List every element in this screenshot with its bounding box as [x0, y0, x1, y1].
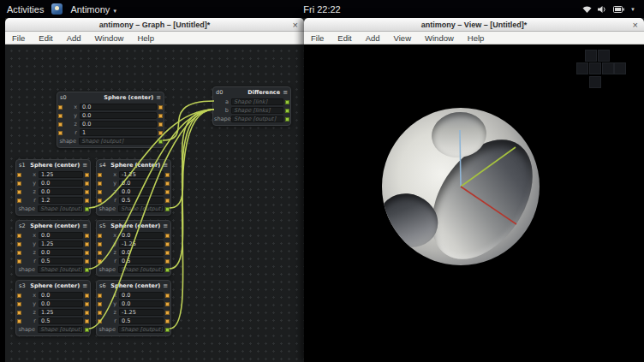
- shape-output-connector[interactable]: [285, 117, 289, 122]
- sphere-node[interactable]: s6 Sphere (center) ≡ x0.0y0.0z-1.25r0.5s…: [96, 280, 171, 336]
- wire-s0-to-a[interactable]: [163, 101, 214, 140]
- close-icon[interactable]: ×: [633, 19, 638, 31]
- datum-value-field[interactable]: 0.0: [39, 180, 83, 187]
- menu-file[interactable]: File: [5, 33, 32, 43]
- menu-help[interactable]: Help: [461, 33, 492, 43]
- activities-button[interactable]: Activities: [7, 4, 44, 15]
- datum-value-field[interactable]: 1: [80, 129, 157, 136]
- input-b-field[interactable]: Shape [links]: [231, 107, 283, 114]
- output-connector[interactable]: [165, 311, 170, 315]
- datum-value-field[interactable]: 0.0: [39, 249, 83, 256]
- datum-value-field[interactable]: 1.25: [39, 309, 83, 316]
- node-menu-icon[interactable]: ≡: [156, 94, 161, 101]
- datum-value-field[interactable]: 0.0: [119, 232, 164, 239]
- shape-output-connector[interactable]: [165, 328, 170, 332]
- system-menu-arrow-icon[interactable]: ▼: [630, 7, 635, 12]
- shape-output-connector[interactable]: [165, 207, 170, 211]
- output-connector[interactable]: [165, 181, 170, 186]
- datum-value-field[interactable]: -1.25: [119, 171, 164, 178]
- datum-value-field[interactable]: 1.2: [39, 197, 83, 204]
- output-connector[interactable]: [85, 294, 89, 298]
- output-connector[interactable]: [85, 199, 89, 203]
- shape-output-field[interactable]: Shape [output]: [38, 205, 83, 212]
- datum-value-field[interactable]: 0.0: [80, 121, 157, 128]
- output-connector[interactable]: [85, 302, 89, 306]
- shape-output-field[interactable]: Shape [output]: [118, 205, 164, 212]
- datum-value-field[interactable]: 0.5: [119, 258, 164, 264]
- output-connector[interactable]: [165, 302, 170, 306]
- sphere-node[interactable]: s3 Sphere (center) ≡ x0.0y0.0z1.25r0.5sh…: [15, 280, 91, 336]
- node-menu-icon[interactable]: ≡: [283, 89, 288, 96]
- output-connector[interactable]: [165, 242, 170, 246]
- output-connector[interactable]: [85, 173, 89, 177]
- node-menu-icon[interactable]: ≡: [82, 282, 87, 289]
- datum-value-field[interactable]: 0.0: [119, 249, 164, 256]
- shape-output-connector[interactable]: [158, 139, 163, 144]
- output-connector[interactable]: [85, 259, 89, 264]
- datum-value-field[interactable]: 0.0: [39, 232, 83, 239]
- output-connector[interactable]: [165, 234, 170, 238]
- datum-value-field[interactable]: 0.0: [119, 180, 164, 187]
- menu-edit[interactable]: Edit: [32, 33, 59, 43]
- output-connector[interactable]: [158, 131, 163, 135]
- menu-file[interactable]: File: [304, 33, 331, 43]
- shape-output-field[interactable]: Shape [output]: [79, 138, 157, 145]
- node-menu-icon[interactable]: ≡: [163, 223, 168, 229]
- sphere-node[interactable]: s2 Sphere (center) ≡ x0.0y1.25z0.0r0.5sh…: [15, 220, 91, 276]
- shape-output-field[interactable]: Shape [output]: [231, 116, 283, 122]
- menu-add[interactable]: Add: [359, 33, 387, 43]
- datum-value-field[interactable]: 0.0: [119, 300, 164, 307]
- datum-value-field[interactable]: 1.25: [39, 171, 83, 178]
- wifi-icon[interactable]: [582, 5, 592, 14]
- menu-edit[interactable]: Edit: [331, 33, 358, 43]
- datum-value-field[interactable]: 0.0: [39, 292, 83, 299]
- output-connector[interactable]: [165, 294, 170, 298]
- shape-output-connector[interactable]: [165, 268, 170, 272]
- sphere-node[interactable]: s1 Sphere (center) ≡ x1.25y0.0z0.0r1.2sh…: [15, 159, 91, 216]
- output-connector[interactable]: [85, 181, 89, 186]
- output-connector[interactable]: [158, 122, 163, 127]
- output-connector[interactable]: [165, 259, 170, 264]
- shape-output-field[interactable]: Shape [output]: [118, 326, 164, 333]
- datum-value-field[interactable]: 1.25: [39, 240, 83, 247]
- datum-value-field[interactable]: 0.0: [119, 188, 164, 195]
- battery-icon[interactable]: [613, 6, 624, 13]
- datum-value-field[interactable]: 0.5: [119, 317, 164, 324]
- output-connector[interactable]: [165, 251, 170, 255]
- wire-s6-to-b[interactable]: [170, 110, 214, 329]
- output-connector[interactable]: [85, 319, 89, 323]
- wire-s4-to-b[interactable]: [170, 110, 214, 208]
- node-menu-icon[interactable]: ≡: [163, 162, 168, 169]
- menu-window[interactable]: Window: [418, 33, 461, 43]
- datum-value-field[interactable]: 0.0: [80, 112, 157, 119]
- graph-titlebar[interactable]: antimony – Graph – [Untitled]* ×: [5, 18, 304, 32]
- app-menu-button[interactable]: Antimony ▼: [70, 4, 117, 15]
- output-connector[interactable]: [85, 234, 89, 238]
- wire-s5-to-b[interactable]: [170, 110, 214, 269]
- node-menu-icon[interactable]: ≡: [82, 223, 87, 229]
- sphere-node[interactable]: s0 Sphere (center) ≡ x0.0y0.0z0.0r1shape…: [57, 92, 164, 148]
- node-menu-icon[interactable]: ≡: [163, 282, 168, 289]
- 3d-viewport[interactable]: [304, 45, 644, 362]
- shape-output-field[interactable]: Shape [output]: [38, 326, 83, 333]
- datum-value-field[interactable]: 0.0: [80, 104, 157, 110]
- menu-view[interactable]: View: [387, 33, 418, 43]
- view-titlebar[interactable]: antimony – View – [Untitled]* ×: [304, 18, 644, 32]
- output-connector[interactable]: [165, 173, 170, 177]
- graph-canvas[interactable]: d0 Difference ≡ a Shape [link] b Shape […: [5, 45, 304, 362]
- shape-output-field[interactable]: Shape [output]: [118, 266, 164, 273]
- output-connector[interactable]: [85, 251, 89, 255]
- datum-value-field[interactable]: 0.5: [39, 258, 83, 264]
- volume-icon[interactable]: [598, 5, 607, 14]
- view-orientation-widget[interactable]: [576, 50, 626, 89]
- close-icon[interactable]: ×: [293, 19, 298, 31]
- sphere-node[interactable]: s5 Sphere (center) ≡ x0.0y-1.25z0.0r0.5s…: [96, 220, 171, 276]
- shape-output-connector[interactable]: [85, 328, 89, 332]
- datum-value-field[interactable]: 0.0: [39, 188, 83, 195]
- output-connector[interactable]: [165, 190, 170, 194]
- output-connector[interactable]: [158, 114, 163, 118]
- output-connector[interactable]: [85, 311, 89, 315]
- menu-help[interactable]: Help: [130, 33, 161, 43]
- datum-value-field[interactable]: -1.25: [119, 309, 164, 316]
- datum-value-field[interactable]: 0.0: [39, 300, 83, 307]
